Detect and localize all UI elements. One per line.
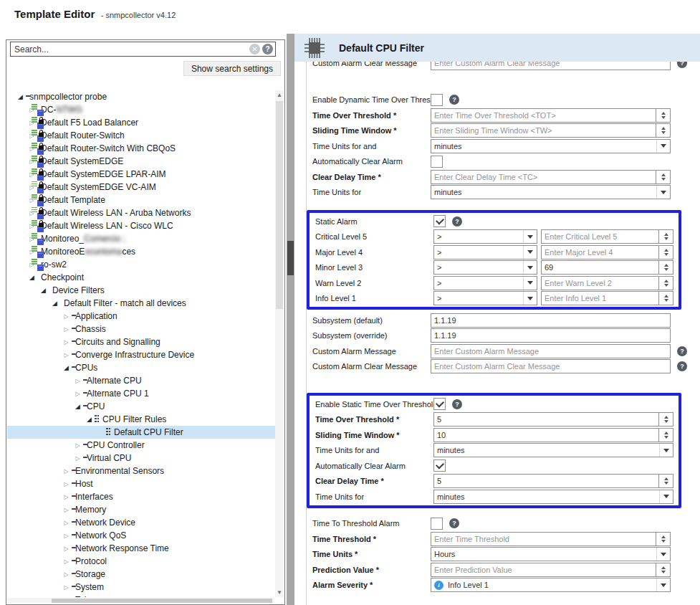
minor-level-3-input[interactable] (541, 260, 659, 275)
spinner-down-icon[interactable] (664, 237, 668, 240)
clear-delay-time-input[interactable] (431, 170, 656, 184)
automatically-clear-alarm-checkbox[interactable] (431, 156, 443, 168)
tree-collapsed-icon[interactable]: ▷ (62, 571, 70, 578)
clear-delay-time-input[interactable] (433, 474, 659, 488)
subsystem-override-input[interactable] (431, 328, 671, 343)
warn-level-2-operator-select[interactable]: > (433, 276, 537, 290)
number-spinner[interactable] (659, 260, 673, 275)
tree-collapsed-icon[interactable]: ▷ (62, 546, 70, 552)
time-units-for-and-select[interactable]: minutes (431, 139, 671, 153)
number-spinner[interactable] (659, 245, 673, 259)
critical-level-5-operator-select[interactable]: > (433, 229, 537, 244)
tree-item-monitoreoe[interactable]: ▷MonitoreoExcuntomaces (7, 245, 275, 258)
spinner-up-icon[interactable] (664, 249, 668, 252)
tree-collapsed-icon[interactable]: ▷ (74, 442, 82, 449)
warn-level-2-input[interactable] (541, 276, 659, 290)
custom-alarm-message-input[interactable] (431, 344, 671, 358)
spinner-up-icon[interactable] (661, 127, 666, 130)
spinner-down-icon[interactable] (664, 253, 668, 256)
spinner-down-icon[interactable] (661, 571, 666, 573)
help-icon[interactable]: ? (677, 62, 687, 68)
chevron-down-icon[interactable] (659, 490, 673, 503)
subsystem-default-input[interactable] (431, 313, 671, 328)
tree-item-converge-infrastructure-device[interactable]: ▷Converge Infrastructure Device (7, 348, 275, 361)
tree-item-default-filter-match-all-devices[interactable]: ◢Default Filter - match all devices (7, 297, 275, 310)
tree-item-monitoreo[interactable]: ▷Monitoreo_Comercio ; (7, 232, 275, 245)
enable-static-time-over-threshold-checkbox[interactable] (433, 398, 446, 410)
time-over-threshold-input[interactable] (433, 412, 659, 427)
tree-collapsed-icon[interactable]: ▷ (62, 533, 70, 539)
tree-item-device-filters[interactable]: ◢Device Filters (7, 284, 275, 297)
tree-vertical-scrollbar[interactable]: ▲ ▼ (275, 90, 284, 597)
tree-expanded-icon[interactable]: ◢ (16, 93, 24, 100)
tree-collapsed-icon[interactable]: ▷ (62, 468, 70, 475)
spinner-up-icon[interactable] (661, 173, 666, 176)
chevron-down-icon[interactable] (659, 444, 673, 457)
spinner-up-icon[interactable] (664, 264, 668, 267)
tree-item-alternate-cpu-1[interactable]: ▷Alternate CPU 1 (7, 387, 275, 400)
number-spinner[interactable] (656, 170, 671, 184)
tree-item-cpus[interactable]: ◢CPUs (7, 361, 275, 374)
spinner-down-icon[interactable] (664, 284, 668, 287)
tree-item-alternate-cpu[interactable]: ▷Alternate CPU (7, 374, 275, 387)
tree-collapsed-icon[interactable]: ▷ (62, 339, 70, 346)
time-units-for-select[interactable]: minutes (431, 185, 671, 199)
number-spinner[interactable] (656, 123, 671, 138)
spinner-up-icon[interactable] (661, 566, 666, 569)
tree-item-default-systemedge-vc-aim[interactable]: ▷Default SystemEDGE VC-AIM (7, 181, 275, 194)
tree-item-dc[interactable]: ▷DC-NTWG (7, 103, 275, 116)
time-to-threshold-alarm-checkbox[interactable] (431, 518, 443, 530)
chevron-down-icon[interactable] (656, 578, 670, 591)
prediction-value-input[interactable] (431, 563, 656, 577)
tree-item-default-systemedge[interactable]: ▷Default SystemEDGE (7, 155, 275, 168)
tree-item-ro-sw2[interactable]: ▷ro-sw2 (7, 258, 275, 271)
tree-item-chassis[interactable]: ▷Chassis (7, 323, 275, 335)
tree-item-cpu-controller[interactable]: ▷CPU Controller (7, 439, 275, 452)
tree-expanded-icon[interactable]: ◢ (62, 364, 70, 371)
tree-horizontal-scrollbar[interactable] (7, 598, 274, 604)
major-level-4-input[interactable] (541, 245, 659, 259)
number-spinner[interactable] (659, 412, 673, 427)
spinner-up-icon[interactable] (664, 280, 668, 282)
help-icon[interactable]: ? (677, 346, 687, 356)
tree-item-snmpcollector-probe[interactable]: ◢snmpcollector probe (7, 90, 275, 103)
tree-collapsed-icon[interactable]: ▷ (74, 455, 82, 462)
time-units-select[interactable]: Hours (431, 547, 671, 561)
tree-item-cpu-filter-rules[interactable]: ◢CPU Filter Rules (7, 413, 275, 426)
tree-collapsed-icon[interactable]: ▷ (62, 481, 70, 487)
spinner-down-icon[interactable] (664, 436, 668, 439)
tree-expanded-icon[interactable]: ◢ (39, 287, 47, 294)
search-help-icon[interactable]: ? (262, 44, 273, 54)
spinner-up-icon[interactable] (664, 477, 668, 480)
spinner-up-icon[interactable] (664, 295, 668, 297)
tree-item-default-systemedge-lpar-aim[interactable]: ▷Default SystemEDGE LPAR-AIM (7, 168, 275, 181)
number-spinner[interactable] (659, 428, 673, 442)
spinner-down-icon[interactable] (664, 299, 668, 302)
search-clear-icon[interactable]: ✕ (249, 44, 260, 54)
number-spinner[interactable] (659, 229, 673, 244)
sliding-time-window-input[interactable] (431, 123, 656, 138)
chevron-down-icon[interactable] (656, 140, 670, 153)
info-level-1-operator-select[interactable]: > (433, 291, 537, 305)
tree-item-protocol[interactable]: ▷Protocol (7, 555, 275, 568)
tree-item-default-router-switch[interactable]: ▷Default Router-Switch (7, 129, 275, 142)
tree-collapsed-icon[interactable]: ▷ (62, 313, 70, 320)
help-icon[interactable]: ? (677, 361, 687, 371)
chevron-down-icon[interactable] (523, 277, 537, 290)
tree-expanded-icon[interactable]: ◢ (74, 403, 82, 410)
help-icon[interactable]: ? (449, 95, 459, 105)
tree-item-virtual-cpu[interactable]: ▷Virtual CPU (7, 452, 275, 465)
scroll-up-icon[interactable]: ▲ (275, 90, 284, 100)
spinner-down-icon[interactable] (664, 268, 668, 271)
tree-collapsed-icon[interactable]: ▷ (74, 391, 82, 397)
tree-item-circuits-and-signalling[interactable]: ▷Circuits and Signalling (7, 335, 275, 348)
number-spinner[interactable] (656, 108, 671, 123)
tree-expanded-icon[interactable]: ◢ (28, 274, 36, 281)
tree-item-storage[interactable]: ▷Storage (7, 568, 275, 581)
help-icon[interactable]: ? (449, 518, 459, 528)
tree-item-memory[interactable]: ▷Memory (7, 503, 275, 516)
spinner-up-icon[interactable] (661, 535, 666, 538)
splitter-grip[interactable] (287, 241, 294, 275)
automatically-clear-alarm-checkbox[interactable] (433, 459, 446, 472)
chevron-down-icon[interactable] (656, 186, 670, 199)
